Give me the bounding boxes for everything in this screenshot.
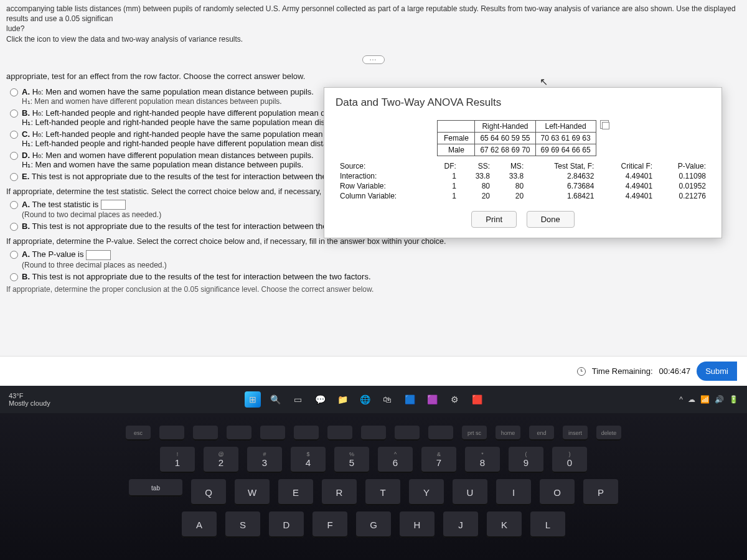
pval-radio-a[interactable] (10, 251, 18, 259)
key-y: Y (409, 479, 444, 505)
key-t: T (365, 479, 400, 505)
key-prtsc: prt sc (462, 426, 487, 441)
key-o: O (540, 479, 575, 505)
weather-cond: Mostly cloudy (9, 399, 50, 407)
key-5: %5 (334, 447, 369, 473)
tray-volume-icon[interactable]: 🔊 (715, 395, 724, 404)
d-h0: H₀: Men and women have different populat… (32, 151, 314, 160)
app-icon[interactable]: 🟦 (402, 391, 418, 408)
key-j: J (443, 511, 478, 538)
expand-toggle-button[interactable] (362, 55, 385, 64)
key-f: F (312, 511, 347, 538)
pval-choice-a[interactable]: A. The P-value is (Round to three decima… (6, 250, 741, 269)
print-button[interactable]: Print (471, 211, 517, 228)
task-view-icon[interactable]: ▭ (289, 391, 306, 408)
cell-male-left: 69 69 64 66 65 (535, 144, 596, 156)
key-u: U (453, 479, 487, 505)
anova-results-dialog: Data and Two-Way ANOVA Results Right-Han… (324, 87, 722, 238)
key-r: R (322, 479, 357, 505)
stat-b-text: This test is not appropriate due to the … (32, 222, 370, 231)
col-left-handed: Left-Handed (535, 121, 596, 133)
key-1: !1 (160, 447, 195, 473)
key-delete: delete (596, 426, 621, 441)
start-icon[interactable]: ⊞ (245, 391, 261, 408)
time-remaining-label: Time Remaining: (592, 366, 653, 376)
quiz-footer: Time Remaining: 00:46:47 Submi (0, 356, 747, 386)
p-value-input[interactable] (86, 250, 111, 260)
anova-table: Source: DF: SS: MS: Test Stat, F: Critic… (336, 161, 710, 201)
system-tray[interactable]: ^ ☁ 📶 🔊 🔋 (679, 395, 738, 404)
pval-label-b: B. (22, 272, 30, 281)
tray-battery-icon[interactable]: 🔋 (729, 395, 738, 404)
key-d: D (269, 511, 304, 538)
cursor-icon: ↖ (540, 76, 548, 88)
tray-cloud-icon[interactable]: ☁ (688, 395, 695, 404)
row-female: Female (438, 133, 475, 144)
row-factor-prompt: appropriate, test for an effect from the… (6, 72, 741, 81)
tray-chevron-icon[interactable]: ^ (679, 395, 683, 404)
pval-a-pre: The P-value is (32, 250, 83, 259)
question-preamble: accompanying table lists distances (mm) … (6, 4, 741, 44)
key-6: ^6 (378, 447, 413, 473)
view-data-link[interactable]: Click the icon to view the data and two-… (6, 35, 243, 44)
stat-label-a: A. (22, 200, 30, 209)
radio-a[interactable] (10, 88, 18, 96)
key-0: )0 (552, 447, 587, 473)
label-b: B. (22, 108, 30, 118)
store-icon[interactable]: 🛍 (379, 391, 395, 408)
cell-male-right: 67 62 68 69 70 (475, 144, 535, 156)
pval-a-hint: (Round to three decimal places as needed… (22, 261, 167, 269)
weather-widget[interactable]: 43°F Mostly cloudy (9, 392, 50, 407)
settings-icon[interactable]: ⚙ (446, 391, 463, 408)
key-f9 (428, 426, 453, 441)
key-f2 (193, 426, 218, 441)
key-f3 (227, 426, 251, 441)
stat-radio-b[interactable] (10, 223, 18, 231)
pval-choice-b[interactable]: B. This test is not appropriate due to t… (6, 272, 741, 281)
key-tab: tab (129, 479, 182, 497)
key-h: H (400, 511, 435, 538)
data-table: Right-Handed Left-Handed Female 65 64 60… (437, 120, 596, 156)
physical-keyboard: esc prt sc home end insert delete !1 @2 … (0, 413, 747, 550)
dialog-title: Data and Two-Way ANOVA Results (336, 96, 710, 109)
col-right-handed: Right-Handed (475, 121, 535, 133)
hdr-source: Source: (336, 161, 431, 171)
laptop-hardware-area: 43°F Mostly cloudy ⊞ 🔍 ▭ 💬 📁 🌐 🛍 🟦 🟪 ⚙ 🟥… (0, 386, 747, 560)
windows-taskbar[interactable]: 43°F Mostly cloudy ⊞ 🔍 ▭ 💬 📁 🌐 🛍 🟦 🟪 ⚙ 🟥… (0, 386, 747, 413)
hdr-df: DF: (431, 161, 461, 171)
app2-icon[interactable]: 🟪 (424, 391, 440, 408)
explorer-icon[interactable]: 📁 (334, 391, 350, 408)
key-f1 (159, 426, 184, 441)
tray-wifi-icon[interactable]: 📶 (700, 395, 710, 404)
chat-icon[interactable]: 💬 (312, 391, 328, 408)
key-i: I (496, 479, 531, 505)
copy-icon[interactable] (600, 120, 609, 129)
pval-label-a: A. (22, 250, 30, 259)
anova-row-row-variable: Row Variable: 1 80 80 6.73684 4.49401 0.… (336, 181, 710, 191)
taskbar-center-icons: ⊞ 🔍 ▭ 💬 📁 🌐 🛍 🟦 🟪 ⚙ 🟥 (55, 391, 675, 408)
stat-a-pre: The test statistic is (32, 200, 98, 209)
radio-d[interactable] (10, 152, 18, 160)
key-l: L (530, 511, 565, 538)
submit-button[interactable]: Submi (697, 362, 737, 381)
key-k: K (487, 511, 522, 538)
stat-radio-a[interactable] (10, 201, 18, 209)
number-row: !1 @2 #3 $4 %5 ^6 &7 *8 (9 )0 (37, 447, 710, 473)
preamble-line1: accompanying table lists distances (mm) … (6, 4, 736, 23)
key-f7 (361, 426, 386, 441)
radio-c[interactable] (10, 131, 18, 139)
pval-radio-b[interactable] (10, 273, 18, 281)
radio-e[interactable] (10, 173, 18, 181)
key-f6 (327, 426, 352, 441)
key-end: end (529, 426, 554, 441)
edge-icon[interactable]: 🌐 (357, 391, 373, 408)
radio-b[interactable] (10, 110, 18, 118)
key-g: G (356, 511, 391, 538)
e-text: This test is not appropriate due to the … (32, 172, 370, 181)
done-button[interactable]: Done (527, 211, 575, 228)
app3-icon[interactable]: 🟥 (469, 391, 485, 408)
test-statistic-input[interactable] (101, 200, 126, 210)
search-icon[interactable]: 🔍 (267, 391, 283, 408)
weather-temp: 43°F (9, 392, 50, 399)
pval-b-text: This test is not appropriate due to the … (32, 272, 370, 281)
